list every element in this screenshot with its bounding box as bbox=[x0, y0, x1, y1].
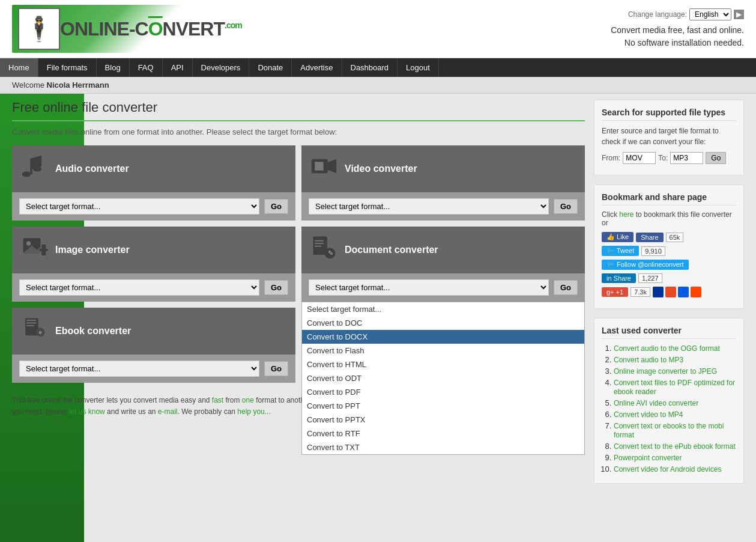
nav-donate[interactable]: Donate bbox=[249, 58, 292, 77]
image-go-button[interactable]: Go bbox=[264, 280, 288, 295]
ebook-icon: e bbox=[21, 315, 48, 347]
video-icon bbox=[310, 153, 337, 185]
document-converter-header: ✎ Document converter bbox=[301, 227, 585, 273]
last-used-link-8[interactable]: Convert text to the ePub ebook format bbox=[614, 442, 736, 451]
logo-text-wrap: ONLINE-CONVERT.com bbox=[60, 18, 242, 40]
audio-format-select[interactable]: Select target format... bbox=[19, 198, 259, 215]
nav-api[interactable]: API bbox=[163, 58, 193, 77]
ebook-go-button[interactable]: Go bbox=[264, 361, 288, 376]
email-link[interactable]: e-mail bbox=[158, 407, 178, 416]
nav-developers[interactable]: Developers bbox=[193, 58, 250, 77]
last-used-link-10[interactable]: Convert video for Android devices bbox=[614, 465, 721, 473]
document-go-button[interactable]: Go bbox=[554, 280, 578, 295]
image-format-select[interactable]: Select target format... bbox=[19, 279, 259, 296]
page-title: Free online file converter bbox=[12, 100, 585, 121]
doc-option-flash[interactable]: Convert to Flash bbox=[302, 344, 584, 358]
search-title: Search for supported file types bbox=[602, 108, 736, 121]
last-used-link-2[interactable]: Convert audio to MP3 bbox=[614, 356, 683, 364]
doc-option-html[interactable]: Convert to HTML bbox=[302, 358, 584, 371]
document-dropdown: Select target format... Convert to DOC C… bbox=[301, 302, 585, 455]
converter-grid: Audio converter Select target format... … bbox=[12, 145, 585, 383]
svg-rect-19 bbox=[26, 323, 36, 324]
video-format-select[interactable]: Select target format... bbox=[309, 198, 549, 215]
svg-rect-1 bbox=[30, 158, 32, 174]
video-go-button[interactable]: Go bbox=[554, 199, 578, 214]
audio-go-button[interactable]: Go bbox=[264, 199, 288, 214]
welcome-bar: Welcome Nicola Herrmann bbox=[0, 77, 756, 94]
nav-faq[interactable]: FAQ bbox=[130, 58, 163, 77]
nav-file-formats[interactable]: File formats bbox=[38, 58, 97, 77]
doc-option-ppt[interactable]: Convert to PPT bbox=[302, 399, 584, 413]
doc-option-doc[interactable]: Convert to DOC bbox=[302, 316, 584, 330]
last-used-link-3[interactable]: Online image converter to JPEG bbox=[614, 367, 717, 376]
logo-text: ONLINE-CONVERT.com bbox=[60, 18, 242, 40]
lang-select[interactable]: English bbox=[689, 8, 731, 20]
sidebar: Search for supported file types Enter so… bbox=[594, 100, 744, 493]
last-used-link-1[interactable]: Convert audio to the OGG format bbox=[614, 344, 720, 353]
lang-arrow[interactable]: ▶ bbox=[734, 10, 744, 19]
gplus-count: 7.3k bbox=[631, 287, 650, 297]
nav-logout[interactable]: Logout bbox=[398, 58, 439, 77]
follow-btn[interactable]: 🐦 Follow @onlineconvert bbox=[602, 260, 689, 270]
doc-option-docx[interactable]: Convert to DOCX bbox=[302, 330, 584, 344]
ebook-converter-header: e Ebook converter bbox=[12, 308, 295, 355]
gplus-btn[interactable]: g+ +1 bbox=[602, 287, 628, 297]
nav-dashboard[interactable]: Dashboard bbox=[342, 58, 398, 77]
svg-marker-4 bbox=[328, 159, 336, 173]
stumbleupon-icon[interactable] bbox=[665, 287, 676, 297]
last-used-list: Convert audio to the OGG format Convert … bbox=[602, 344, 736, 473]
svg-rect-14 bbox=[315, 246, 321, 247]
last-used-link-5[interactable]: Online AVI video converter bbox=[614, 399, 698, 407]
list-item: Convert video for Android devices bbox=[614, 464, 736, 473]
document-converter-card: ✎ Document converter Select target forma… bbox=[301, 227, 585, 302]
video-converter-header: Video converter bbox=[301, 145, 585, 192]
nav-blog[interactable]: Blog bbox=[97, 58, 130, 77]
svg-rect-5 bbox=[315, 162, 323, 170]
svg-rect-20 bbox=[26, 325, 34, 326]
lang-bar: Change language: English ▶ bbox=[611, 8, 744, 20]
document-format-select[interactable]: Select target format... bbox=[309, 279, 549, 296]
last-used-link-7[interactable]: Convert text or ebooks to the mobi forma… bbox=[614, 422, 724, 439]
audio-converter-card: Audio converter Select target format... … bbox=[12, 145, 295, 221]
search-row: From: To: Go bbox=[602, 152, 736, 164]
fb-like-btn[interactable]: 👍 Like bbox=[602, 232, 634, 242]
to-input[interactable] bbox=[670, 152, 703, 164]
svg-point-7 bbox=[26, 242, 31, 246]
doc-option-txt[interactable]: Convert to TXT bbox=[302, 440, 584, 454]
doc-option-odt[interactable]: Convert to ODT bbox=[302, 371, 584, 385]
svg-rect-18 bbox=[26, 320, 36, 321]
content: Free online file converter Convert media… bbox=[12, 100, 594, 493]
fb-share-btn[interactable]: Share bbox=[636, 233, 663, 242]
linkedin-share-btn[interactable]: in Share bbox=[602, 273, 636, 283]
list-item: Convert video to MP4 bbox=[614, 410, 736, 419]
bookmark-title: Bookmark and share page bbox=[602, 192, 736, 206]
doc-option-select[interactable]: Select target format... bbox=[302, 302, 584, 316]
svg-rect-12 bbox=[315, 240, 323, 242]
digg-icon[interactable] bbox=[678, 287, 689, 297]
doc-option-pdf[interactable]: Convert to PDF bbox=[302, 385, 584, 399]
doc-option-pptx[interactable]: Convert to PPTX bbox=[302, 413, 584, 427]
delicious-icon[interactable] bbox=[653, 287, 664, 297]
last-used-link-4[interactable]: Convert text files to PDF optimized for … bbox=[614, 379, 735, 396]
tagline-line1: Convert media free, fast and online. bbox=[611, 24, 744, 37]
ebook-format-select[interactable]: Select target format... bbox=[19, 361, 259, 377]
last-used-link-6[interactable]: Convert video to MP4 bbox=[614, 410, 683, 419]
list-item: Convert text to the ePub ebook format bbox=[614, 442, 736, 451]
svg-rect-10 bbox=[40, 249, 48, 251]
audio-converter-header: Audio converter bbox=[12, 145, 295, 192]
logo-area: 🕴 ONLINE-CONVERT.com bbox=[12, 5, 248, 53]
tweet-btn[interactable]: 🐦 Tweet bbox=[602, 246, 639, 256]
video-converter-body: Select target format... Go bbox=[301, 192, 585, 221]
search-go-button[interactable]: Go bbox=[706, 152, 726, 164]
reddit-icon[interactable] bbox=[691, 287, 701, 297]
linkedin-row: in Share 1,227 bbox=[602, 273, 736, 283]
from-input[interactable] bbox=[623, 152, 656, 164]
subtitle: Convert media files online from one form… bbox=[12, 127, 585, 136]
last-used-link-9[interactable]: Powerpoint converter bbox=[614, 454, 682, 462]
tagline: Convert media free, fast and online. No … bbox=[611, 24, 744, 49]
doc-option-rtf[interactable]: Convert to RTF bbox=[302, 427, 584, 440]
bookmark-link[interactable]: here bbox=[619, 210, 634, 219]
nav-advertise[interactable]: Advertise bbox=[292, 58, 342, 77]
nav-home[interactable]: Home bbox=[0, 58, 38, 77]
list-item: Convert text files to PDF optimized for … bbox=[614, 378, 736, 396]
